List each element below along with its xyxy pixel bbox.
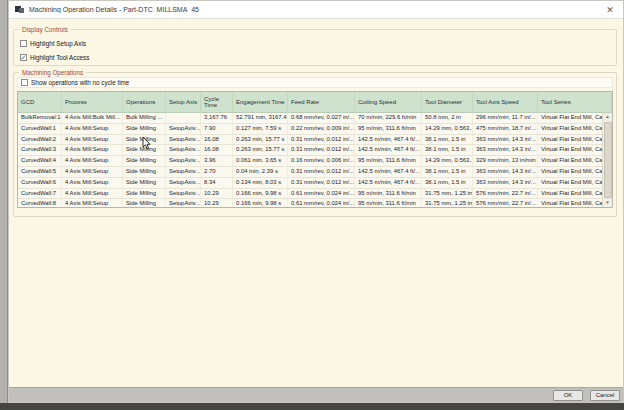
- table-row[interactable]: CurvedWall:74 Axis Mill:SetupSide Millin…: [18, 189, 612, 200]
- table-cell: Virtual Flat End Mill, Carb...: [538, 113, 612, 123]
- table-cell: 142.5 m/min, 467.4 ft/...: [355, 167, 422, 177]
- table-cell: 0.263 min, 15.77 s: [233, 145, 288, 155]
- column-header[interactable]: Process: [62, 92, 123, 112]
- column-header[interactable]: GCD: [18, 92, 62, 112]
- checkbox-checked-icon[interactable]: ✓: [20, 54, 27, 61]
- table-cell: CurvedWall:5: [18, 167, 62, 177]
- highlight-setup-axis-checkbox[interactable]: Highlight Setup Axis: [20, 39, 86, 48]
- table-cell: 0.61 mm/rev, 0.024 in/...: [288, 189, 355, 199]
- scrollbar-up-icon[interactable]: ▲: [605, 113, 609, 121]
- checkbox-label: Highlight Tool Access: [30, 53, 89, 62]
- table-cell: Side Milling: [123, 178, 166, 188]
- machining-operations-label: Machining Operations: [19, 69, 86, 77]
- table-cell: SetupAxis:...: [166, 145, 201, 155]
- table-cell: Virtual Flat End Mill, Carb...: [538, 199, 612, 207]
- table-cell: 0.127 min, 7.59 s: [233, 124, 288, 134]
- table-row[interactable]: CurvedWall:84 Axis Mill:SetupSide Millin…: [18, 199, 612, 207]
- column-header[interactable]: Engagement Time: [233, 92, 288, 112]
- table-cell: 8.34: [201, 178, 233, 188]
- machining-operations-group: Machining Operations Show operations wit…: [13, 72, 617, 217]
- table-row[interactable]: CurvedWall:54 Axis Mill:SetupSide Millin…: [18, 167, 612, 178]
- cancel-button[interactable]: Cancel: [590, 390, 620, 401]
- table-cell: 4 Axis Mill:Setup: [62, 135, 123, 145]
- table-cell: SetupAxis:...: [166, 156, 201, 166]
- table-cell: 50.8 mm, 2 in: [422, 113, 473, 123]
- table-cell: 38.1 mm, 1.5 in: [422, 178, 473, 188]
- footer-bar: OK Cancel: [9, 387, 623, 402]
- table-cell: CurvedWall:8: [18, 199, 62, 207]
- table-vertical-scrollbar[interactable]: ▲ ▼: [602, 113, 612, 207]
- table-cell: SetupAxis:...: [166, 199, 201, 207]
- operations-table-header: GCDProcessOperationsSetup AxisCycle Time…: [18, 92, 612, 113]
- checkbox-unchecked-icon[interactable]: [20, 40, 27, 47]
- close-icon[interactable]: ✕: [603, 3, 617, 17]
- scrollbar-down-icon[interactable]: ▼: [605, 199, 609, 207]
- table-cell: 329 mm/min, 13 in/min: [473, 156, 538, 166]
- table-cell: 0.263 min, 15.77 s: [233, 135, 288, 145]
- table-cell: 95 m/min, 311.6 ft/min: [355, 189, 422, 199]
- table-cell: 16.08: [201, 135, 233, 145]
- table-cell: Virtual Flat End Mill, Carb...: [538, 124, 612, 134]
- table-cell: 38.1 mm, 1.5 in: [422, 145, 473, 155]
- table-cell: 0.68 mm/rev, 0.027 in/...: [288, 113, 355, 123]
- checkbox-label: Show operations with no cycle time: [31, 78, 129, 87]
- table-cell: 142.5 m/min, 467.4 ft/...: [355, 135, 422, 145]
- table-row[interactable]: CurvedWall:24 Axis Mill:SetupSide Millin…: [18, 135, 612, 146]
- table-cell: 363 mm/min, 14.3 in/...: [473, 145, 538, 155]
- table-cell: 142.5 m/min, 467.4 ft/...: [355, 145, 422, 155]
- column-header[interactable]: Tool Series: [538, 92, 612, 112]
- show-no-cycle-time-checkbox[interactable]: Show operations with no cycle time: [21, 78, 129, 87]
- table-cell: 0.31 mm/rev, 0.012 in/...: [288, 135, 355, 145]
- table-cell: 10.29: [201, 199, 233, 207]
- operations-table-body: BulkRemoval:14 Axis Mill:Bulk Mill...Bul…: [18, 113, 612, 207]
- table-cell: 576 mm/min, 22.7 in/...: [473, 189, 538, 199]
- table-cell: Side Milling: [123, 124, 166, 134]
- table-cell: Virtual Flat End Mill, Carb...: [538, 156, 612, 166]
- column-header[interactable]: Setup Axis: [166, 92, 201, 112]
- column-header[interactable]: Operations: [123, 92, 166, 112]
- table-cell: 0.166 min, 9.98 s: [233, 189, 288, 199]
- table-cell: 38.1 mm, 1.5 in: [422, 135, 473, 145]
- table-row[interactable]: BulkRemoval:14 Axis Mill:Bulk Mill...Bul…: [18, 113, 612, 124]
- table-cell: 576 mm/min, 22.7 in/...: [473, 199, 538, 207]
- table-cell: 4 Axis Mill:Setup: [62, 189, 123, 199]
- table-cell: 10.29: [201, 189, 233, 199]
- table-cell: 14.29 mm, 0.563...: [422, 156, 473, 166]
- table-cell: CurvedWall:2: [18, 135, 62, 145]
- operations-table: GCDProcessOperationsSetup AxisCycle Time…: [17, 91, 613, 208]
- filter-row: Show operations with no cycle time: [17, 77, 613, 88]
- scrollbar-thumb[interactable]: [604, 122, 612, 198]
- title-bar: Machining Operation Details - Part-DTC_M…: [9, 1, 623, 19]
- dialog-content: Display Controls Highlight Setup Axis ✓ …: [9, 19, 623, 387]
- table-row[interactable]: CurvedWall:44 Axis Mill:SetupSide Millin…: [18, 156, 612, 167]
- display-controls-group: Display Controls Highlight Setup Axis ✓ …: [13, 29, 617, 66]
- table-cell: 0.04 min, 2.39 s: [233, 167, 288, 177]
- table-cell: 0.31 mm/rev, 0.012 in/...: [288, 167, 355, 177]
- table-cell: 0.22 mm/rev, 0.009 in/...: [288, 124, 355, 134]
- column-header[interactable]: Feed Rate: [288, 92, 355, 112]
- column-header[interactable]: Tool Diameter: [422, 92, 473, 112]
- table-cell: 95 m/min, 311.6 ft/min: [355, 156, 422, 166]
- table-cell: 3,167.76: [201, 113, 233, 123]
- table-cell: Side Milling: [123, 156, 166, 166]
- table-cell: 2.70: [201, 167, 233, 177]
- table-cell: 7.90: [201, 124, 233, 134]
- table-cell: 0.61 mm/rev, 0.024 in/...: [288, 199, 355, 207]
- column-header[interactable]: Cutting Speed: [355, 92, 422, 112]
- table-cell: Side Milling: [123, 167, 166, 177]
- table-row[interactable]: CurvedWall:14 Axis Mill:SetupSide Millin…: [18, 124, 612, 135]
- table-cell: Virtual Flat End Mill, Carb...: [538, 189, 612, 199]
- table-cell: 0.31 mm/rev, 0.012 in/...: [288, 178, 355, 188]
- table-cell: Virtual Flat End Mill, Carb...: [538, 145, 612, 155]
- checkbox-unchecked-icon[interactable]: [21, 79, 28, 86]
- column-header[interactable]: Cycle Time: [201, 92, 233, 112]
- highlight-tool-access-checkbox[interactable]: ✓ Highlight Tool Access: [20, 53, 89, 62]
- table-row[interactable]: CurvedWall:64 Axis Mill:SetupSide Millin…: [18, 178, 612, 189]
- table-cell: CurvedWall:1: [18, 124, 62, 134]
- mouse-cursor: [142, 137, 151, 150]
- background-desktop-strip: [0, 403, 624, 410]
- column-header[interactable]: Tool Axis Speed: [473, 92, 538, 112]
- ok-button[interactable]: OK: [553, 390, 583, 401]
- table-cell: 70 m/min, 229.6 ft/min: [355, 113, 422, 123]
- table-row[interactable]: CurvedWall:34 Axis Mill:SetupSide Millin…: [18, 145, 612, 156]
